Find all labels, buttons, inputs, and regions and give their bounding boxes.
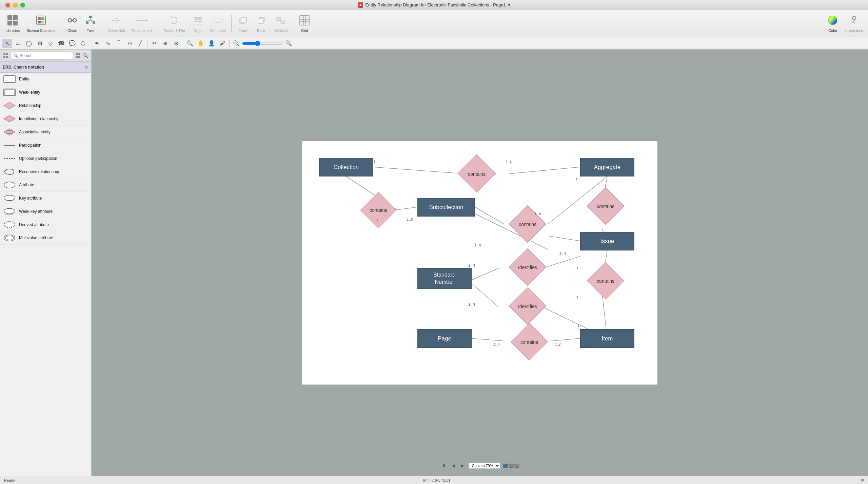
- libraries-button[interactable]: Libraries: [3, 13, 22, 34]
- line-tool[interactable]: ╱: [135, 39, 145, 48]
- relationship-contains-4[interactable]: contains: [504, 211, 551, 237]
- line-tool2[interactable]: ⬡: [78, 39, 88, 48]
- chain-button[interactable]: Chain: [64, 13, 81, 34]
- tools-divider-2: [147, 40, 147, 47]
- delete-link-button[interactable]: Delete link: [105, 13, 127, 34]
- svg-rect-3: [13, 21, 18, 25]
- back-icon: [255, 15, 267, 28]
- crop-tool[interactable]: ✂: [149, 39, 159, 48]
- shape-item-weak-entity[interactable]: Weak entity: [0, 86, 91, 99]
- panel-view-toggle[interactable]: [3, 51, 9, 60]
- svg-rect-50: [3, 53, 5, 55]
- shape-item-participation[interactable]: Participation: [0, 139, 91, 152]
- maximize-button[interactable]: [20, 3, 25, 7]
- browse-solutions-button[interactable]: Browse Solutions: [24, 13, 58, 34]
- rotate-flip-button[interactable]: Rotate & Flip: [161, 13, 188, 34]
- entity-preview: [3, 75, 16, 83]
- zoom-out-btn[interactable]: 🔍: [185, 39, 195, 48]
- shape-item-associative-entity[interactable]: Associative entity: [0, 126, 91, 139]
- callout-tool[interactable]: 💬: [67, 39, 77, 48]
- next-page-button[interactable]: ▶: [459, 462, 466, 469]
- relationship-contains-3[interactable]: contains: [582, 193, 629, 219]
- shape-item-optional-participation[interactable]: Optional participation: [0, 152, 91, 165]
- page-dot-1[interactable]: [503, 464, 508, 468]
- relationship-contains-5[interactable]: contains: [582, 268, 629, 294]
- reverse-link-button[interactable]: Reverse link: [129, 13, 155, 34]
- shape-item-recursive-relationship[interactable]: Recursive relationship: [0, 165, 91, 179]
- category-close-button[interactable]: ✕: [84, 64, 88, 70]
- pan-tool[interactable]: ✋: [196, 39, 206, 48]
- distribute-label: Distribute: [210, 29, 226, 33]
- relationship-contains-2[interactable]: contains: [355, 198, 402, 222]
- page-dot-2[interactable]: [509, 464, 514, 468]
- shape-item-relationship[interactable]: Relationship: [0, 99, 91, 112]
- inspectors-button[interactable]: Inspectors: [843, 13, 865, 34]
- grid-button[interactable]: Grid: [296, 13, 313, 34]
- panel-search-icon[interactable]: 🔍: [82, 51, 88, 60]
- back-button[interactable]: Back: [253, 13, 270, 34]
- relationship-identifies-1[interactable]: Identifies: [502, 255, 553, 280]
- zoom-plus[interactable]: 🔍: [283, 39, 294, 48]
- shape-item-attribute[interactable]: Attribute: [0, 179, 91, 192]
- front-button[interactable]: Front: [234, 13, 251, 34]
- close-button[interactable]: [5, 3, 10, 7]
- connector-tool[interactable]: ⇔: [124, 39, 135, 48]
- pause-button[interactable]: ⏸: [440, 462, 447, 469]
- ellipse-tool[interactable]: ◯: [24, 39, 34, 48]
- minimize-button[interactable]: [13, 3, 18, 7]
- tree-button[interactable]: Tree: [82, 13, 99, 34]
- rect-tool[interactable]: ▭: [13, 39, 23, 48]
- chain-label: Chain: [67, 29, 77, 33]
- arrange-tool[interactable]: ⊗: [171, 39, 181, 48]
- prev-page-button[interactable]: ◀: [450, 462, 457, 469]
- zoom-select[interactable]: Custom 79% 50% 75% 100% 150%: [469, 463, 500, 469]
- shape-item-identifying-relationship[interactable]: Identifying relationship: [0, 112, 91, 126]
- shape-item-weak-key-attribute[interactable]: Weak key attribute: [0, 205, 91, 218]
- identical-button[interactable]: Identical: [271, 13, 290, 34]
- entity-collection[interactable]: Collection: [319, 158, 373, 176]
- shape-item-derived-attribute[interactable]: Derived attribute: [0, 218, 91, 231]
- rotate-flip-label: Rotate & Flip: [163, 29, 185, 33]
- curve-tool[interactable]: ∿: [103, 39, 113, 48]
- shape-item-key-attribute[interactable]: Key attribute: [0, 192, 91, 205]
- shape-item-multivalue-attribute[interactable]: Multivalue attribute: [0, 231, 91, 245]
- svg-rect-38: [277, 17, 281, 21]
- svg-rect-58: [4, 76, 15, 82]
- entity-aggregate[interactable]: Aggregate: [580, 158, 634, 176]
- distribute-button[interactable]: Distribute: [208, 13, 229, 34]
- entity-issue[interactable]: Issue: [580, 232, 634, 250]
- relationship-preview: [3, 101, 16, 110]
- transform-tool[interactable]: ⊕: [160, 39, 170, 48]
- identifying-relationship-preview: [3, 114, 16, 123]
- table-tool[interactable]: ⊞: [35, 39, 45, 48]
- canvas-area[interactable]: Collection Aggregate Subcollection Issue…: [92, 50, 868, 476]
- user-tool[interactable]: 👤: [206, 39, 217, 48]
- entity-page[interactable]: Page: [417, 329, 472, 348]
- status-right-icon: ⊞: [861, 478, 864, 482]
- titlebar: ■ Entity Relationship Diagram for Electr…: [0, 0, 868, 10]
- phone-tool[interactable]: ☎: [56, 39, 66, 48]
- entity-item[interactable]: Item: [580, 329, 634, 348]
- select-tool[interactable]: ↖: [2, 39, 12, 48]
- dropdown-arrow[interactable]: ▾: [508, 2, 510, 7]
- cardinality-11: 1..n: [468, 263, 475, 268]
- relationship-contains-6[interactable]: contains: [506, 329, 553, 355]
- entity-standart-number[interactable]: Standart-Number: [417, 268, 472, 289]
- relationship-contains-1[interactable]: contains: [451, 161, 502, 187]
- entity-subcollection[interactable]: Subcollection: [417, 198, 475, 217]
- pen-tool[interactable]: ✒: [92, 39, 102, 48]
- shape-tool[interactable]: ◇: [45, 39, 56, 48]
- arc-tool[interactable]: ⌒: [114, 39, 124, 48]
- zoom-minus[interactable]: 🔍: [231, 39, 241, 48]
- shape-item-entity[interactable]: Entity: [0, 73, 91, 86]
- page-dot-3[interactable]: [515, 464, 519, 468]
- color-button[interactable]: Color: [824, 13, 841, 34]
- paint-tool[interactable]: 🖌: [217, 39, 228, 48]
- diagram-canvas[interactable]: Collection Aggregate Subcollection Issue…: [302, 141, 658, 385]
- relationship-identifies-2[interactable]: Identifies: [502, 294, 553, 319]
- zoom-slider[interactable]: [242, 41, 283, 46]
- search-input[interactable]: [20, 53, 71, 58]
- attribute-preview: [3, 181, 16, 189]
- align-button[interactable]: Align: [189, 13, 206, 34]
- panel-grid-view[interactable]: [75, 51, 81, 60]
